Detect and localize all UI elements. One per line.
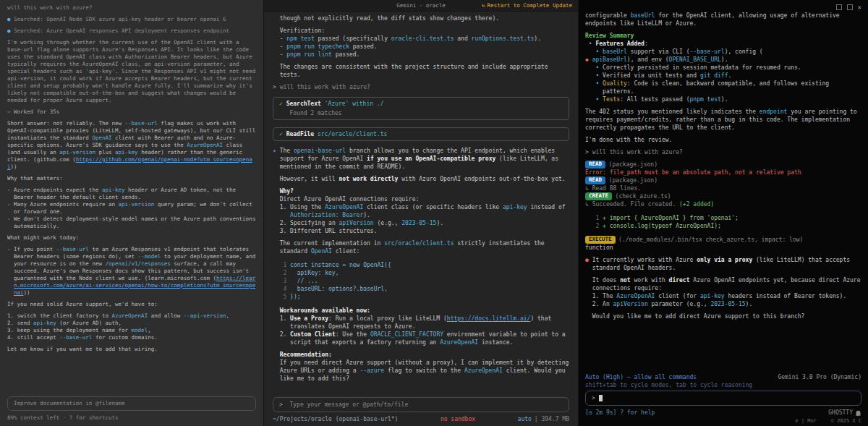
text-line: Verification: [280,27,569,35]
composer-placeholder: Improve documentation in @filename [14,400,125,406]
bullet-line: ✦The openai-base-url branch allows you t… [273,147,569,171]
text: The openai-base-url branch allows you to… [280,147,569,171]
fragment-copyright: © 2025 X C [831,418,861,425]
spacer [273,91,569,95]
text: ↳ Succeeded. File created. (+2 added) [585,201,714,208]
line-number: 1 [592,214,600,222]
link[interactable]: https://github.com/openai/openai-node?ut… [7,156,252,170]
line-number: 4 [280,285,287,293]
bullet-marker: • [595,72,599,80]
code-line: console.log(typeof AzureOpenAI); [610,222,721,230]
text: Recommendation: [280,352,332,358]
tool-args: src/oracle/client.ts [318,130,387,138]
action-badge: EXECUTE [585,236,616,244]
background-page-fragment: e | Mor © 2025 X C [585,418,861,425]
bullet-line: -npm test passed (specifically oracle-cl… [280,35,569,43]
text-line: However, it will not work directly with … [280,175,569,183]
text: If you point --base-url to an Azure Resp… [14,246,256,297]
bullet-marker: ● [585,256,589,272]
bullet-line: >will this work with azure? [273,83,569,91]
text: (package.json) [609,176,861,184]
code-row: 3 // ... [280,277,569,285]
text-line: What might work today: [7,234,256,242]
bullet-marker: ✦ [273,147,276,171]
bullet-marker: • [595,80,599,95]
bullet-line: 2.send api-key (or Azure AD) auth, [7,320,256,327]
model-mode-label: auto [518,415,532,423]
minimize-icon[interactable] [836,4,842,10]
restart-update-notice[interactable]: ↻ Restart to Complete Update [482,1,572,9]
text: The changes are consistent with the proj… [280,64,548,78]
bullet-marker: 3. [7,327,14,334]
text: switch the client factory to AzureOpenAI… [17,312,256,320]
bullet-marker: - [280,35,284,43]
text: will this work with azure? [280,83,569,91]
code-row: 4 baseURL: options?.baseUrl, [280,285,569,293]
permission-mode-label[interactable]: Auto (High) — allow all commands [585,373,697,381]
link[interactable]: https://learn.microsoft.com/azure/ai-ser… [14,275,255,296]
code-line: apiKey: key, [290,269,339,277]
code-line: baseURL: options?.baseUrl, [290,285,388,293]
text: send api-key (or Azure AD) auth, [17,320,256,327]
text: An apiVersion parameter (e.g., 2023-05-1… [603,300,861,308]
text-line: Would you like me to add direct Azure su… [592,312,861,320]
text: Verified via unit tests and git diff. [603,72,861,80]
sandbox-status: no sandbox [441,415,475,423]
text: keep using the deployment name for model… [17,327,256,334]
bullet-marker: • [595,48,599,56]
text: ↳ Read 88 lines. [585,185,641,192]
codex-cli-panel: will this work with azure?●Searched: Ope… [0,0,264,426]
close-icon[interactable]: ✕ [858,4,861,10]
text: baseUrl support via CLI (--base-url), co… [603,48,861,56]
bullet-marker: 1. [592,292,600,300]
spacer [273,255,569,260]
text: configurable baseUrl for the OpenAI clie… [585,12,840,27]
oracle-composer-input[interactable]: > [585,391,861,406]
bullet-marker: ● [7,27,11,35]
text: The 402 status you mentioned likely indi… [585,108,857,131]
bullet-marker: 2. [280,331,287,346]
bullet-marker: - [7,201,11,216]
text: still accept --base-url for custom domai… [17,334,256,341]
gemini-composer-input[interactable]: > Type your message or @path/to/file [273,397,569,412]
text: Verification: [280,27,326,34]
text: The AzureOpenAI client (for api-key head… [603,292,861,300]
codex-composer-input[interactable]: Improve documentation in @filename [7,396,256,411]
oracle-transcript: configurable baseUrl for the OpenAI clie… [585,12,861,373]
line-number: 3 [280,277,287,285]
text: Review Summary [585,33,634,39]
bullet-marker: • [589,40,592,48]
bullet-line: ●It currently works with Azure only via … [585,256,861,272]
terminal-brand: GHOSTTY [828,409,861,417]
screenshot-root: will this work with azure?●Searched: Ope… [0,0,868,426]
bullet-marker: - [7,187,11,201]
maximize-icon[interactable] [847,4,853,10]
code-row: 1const instance = new OpenAI({ [280,261,569,269]
tool-result: Found 2 matches [289,109,563,117]
code-row: 2 apiKey: key, [280,269,569,277]
bullet-line: 3.Different URL structures. [280,227,569,235]
text-line: I'm done with the review. [585,136,861,144]
text-line: Let me know if you want me to add that w… [7,346,256,353]
tool-args: 'Azure' within ./ [325,100,384,108]
composer-placeholder: Type your message or @path/to/file [289,401,408,408]
diff-added-marker: + [603,222,606,230]
text: (package.json) [609,161,861,169]
text: We don't detect deployment-style model n… [14,216,256,230]
bullet-line: •Correctly persisted in session metadata… [595,64,861,72]
text: Short answer: not reliably. The new --ba… [7,120,255,170]
text: pnpm run typecheck passed. [286,43,569,51]
text-cursor [599,395,603,401]
text: Use a Proxy: Run a local proxy like Lite… [290,315,569,331]
link[interactable]: https://docs.litellm.ai/ [447,315,531,322]
text-line: Review Summary [585,32,861,40]
code-line: const instance = new OpenAI({ [290,261,391,269]
bullet-marker: ● [7,16,11,23]
text-line: Why that matters: [7,175,256,182]
text: Searched: Azure OpenAI responses API dep… [14,27,256,35]
text-line: The current implementation in src/oracle… [280,239,569,255]
terminal-titlebar: Gemini - oracle ↻ Restart to Complete Up… [264,0,578,12]
text-line: Recommendation: [280,351,569,359]
bullet-marker: > [585,148,589,156]
bullet-marker: 4. [7,334,14,341]
